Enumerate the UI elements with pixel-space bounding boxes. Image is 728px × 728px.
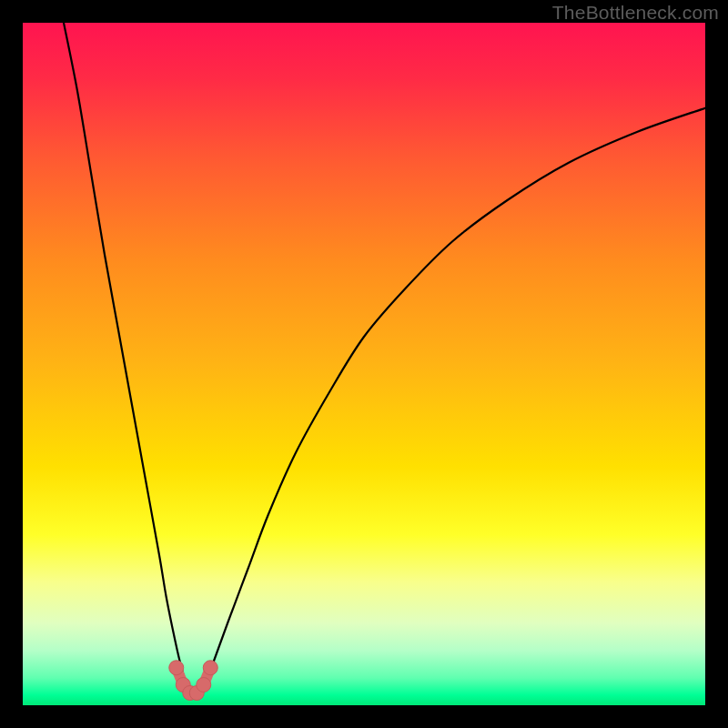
marker-dot <box>169 661 184 675</box>
curve-layer <box>23 23 705 705</box>
marker-dot <box>197 678 211 693</box>
chart-frame: TheBottleneck.com <box>0 0 728 728</box>
marker-dot <box>203 661 217 675</box>
right-curve <box>194 108 706 695</box>
plot-area <box>23 23 705 705</box>
left-curve <box>64 23 194 695</box>
watermark-text: TheBottleneck.com <box>552 2 719 24</box>
